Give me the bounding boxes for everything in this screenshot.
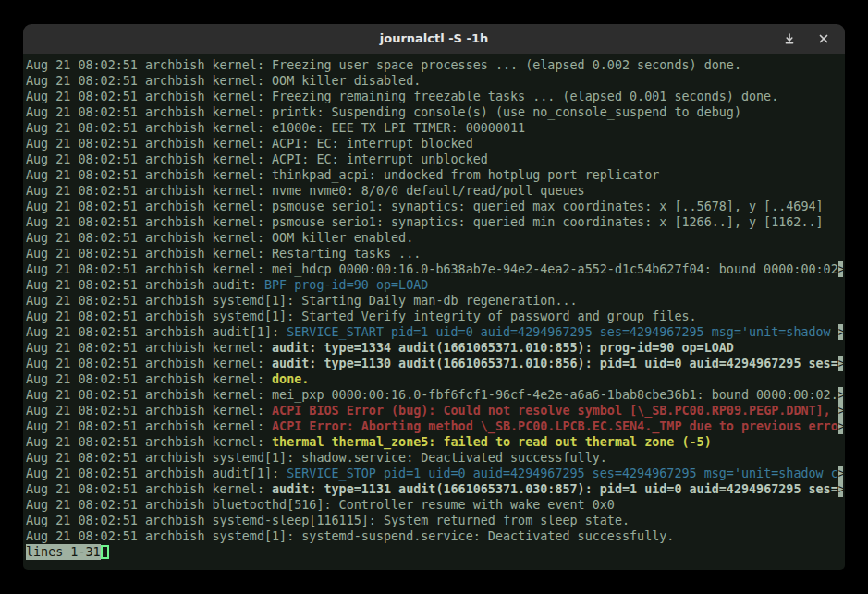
- log-segment: Aug 21 08:02:51 archbish kernel:: [26, 356, 272, 371]
- log-segment: done.: [272, 371, 309, 387]
- log-line: Aug 21 08:02:51 archbish bluetoothd[516]…: [26, 497, 843, 513]
- log-segment: Aug 21 08:02:51 archbish systemd-sleep[1…: [26, 513, 630, 528]
- download-icon: [783, 32, 796, 45]
- log-line: Aug 21 08:02:51 archbish kernel: Freezin…: [26, 57, 843, 73]
- close-icon: [818, 33, 829, 44]
- log-segment: audit: type=1131 audit(1661065371.030:85…: [272, 481, 838, 497]
- terminal-window: journalctl -S -1h: [23, 24, 845, 570]
- log-line: Aug 21 08:02:51 archbish audit[1]: SERVI…: [26, 466, 843, 481]
- log-segment: Aug 21 08:02:51 archbish kernel: Restart…: [26, 246, 421, 261]
- log-line: Aug 21 08:02:51 archbish kernel: printk:…: [26, 104, 843, 120]
- truncation-marker: >: [838, 324, 843, 340]
- truncation-marker: >: [838, 466, 843, 481]
- log-segment: thermal thermal_zone5: failed to read ou…: [272, 434, 712, 450]
- window-controls: [779, 24, 834, 54]
- log-segment: Aug 21 08:02:51 archbish systemd[1]: sha…: [26, 450, 607, 466]
- log-line: Aug 21 08:02:51 archbish kernel: e1000e:…: [26, 120, 843, 136]
- log-segment: Aug 21 08:02:51 archbish audit[1]:: [26, 466, 287, 481]
- log-line: Aug 21 08:02:51 archbish kernel: audit: …: [26, 481, 843, 497]
- log-segment: audit: type=1130 audit(1661065371.010:85…: [272, 356, 838, 371]
- log-segment: Aug 21 08:02:51 archbish kernel: Freezin…: [26, 89, 778, 104]
- truncation-marker: >: [838, 403, 843, 418]
- log-segment: Aug 21 08:02:51 archbish kernel: psmouse…: [26, 214, 824, 230]
- log-segment: Aug 21 08:02:51 archbish kernel: ACPI: E…: [26, 152, 488, 167]
- log-segment: Aug 21 08:02:51 archbish kernel:: [26, 481, 272, 497]
- log-line: Aug 21 08:02:51 archbish kernel: mei_hdc…: [26, 261, 843, 277]
- log-line: Aug 21 08:02:51 archbish kernel: ACPI: E…: [26, 152, 843, 167]
- log-segment: Aug 21 08:02:51 archbish kernel:: [26, 434, 272, 450]
- log-segment: Aug 21 08:02:51 archbish audit:: [26, 277, 264, 293]
- log-segment: Aug 21 08:02:51 archbish kernel: mei_hdc…: [26, 261, 838, 277]
- terminal-output[interactable]: Aug 21 08:02:51 archbish kernel: Freezin…: [23, 54, 845, 570]
- log-line: Aug 21 08:02:51 archbish kernel: Freezin…: [26, 89, 843, 104]
- pager-status-line: lines 1-31: [26, 544, 843, 560]
- log-segment: Aug 21 08:02:51 archbish kernel: OOM kil…: [26, 230, 413, 246]
- log-line: Aug 21 08:02:51 archbish systemd[1]: sys…: [26, 528, 843, 544]
- log-line: Aug 21 08:02:51 archbish systemd-sleep[1…: [26, 513, 843, 528]
- log-line: Aug 21 08:02:51 archbish kernel: ACPI Er…: [26, 418, 843, 434]
- log-line: Aug 21 08:02:51 archbish kernel: ACPI: E…: [26, 136, 843, 152]
- log-line: Aug 21 08:02:51 archbish systemd[1]: sha…: [26, 450, 843, 466]
- log-line: Aug 21 08:02:51 archbish kernel: audit: …: [26, 356, 843, 371]
- log-line: Aug 21 08:02:51 archbish kernel: OOM kil…: [26, 73, 843, 89]
- log-segment: audit: type=1334 audit(1661065371.010:85…: [272, 340, 734, 356]
- truncation-marker: >: [838, 387, 843, 403]
- log-segment: Aug 21 08:02:51 archbish kernel: nvme nv…: [26, 183, 585, 199]
- log-lines: Aug 21 08:02:51 archbish kernel: Freezin…: [26, 57, 843, 544]
- log-segment: Aug 21 08:02:51 archbish kernel: psmouse…: [26, 199, 824, 214]
- log-line: Aug 21 08:02:51 archbish kernel: done.: [26, 371, 843, 387]
- log-line: Aug 21 08:02:51 archbish kernel: psmouse…: [26, 199, 843, 214]
- log-segment: Aug 21 08:02:51 archbish systemd[1]: Sta…: [26, 293, 578, 309]
- log-segment: BPF prog-id=90 op=LOAD: [264, 277, 428, 293]
- log-segment: Aug 21 08:02:51 archbish audit[1]:: [26, 324, 287, 340]
- log-segment: Aug 21 08:02:51 archbish bluetoothd[516]…: [26, 497, 615, 513]
- log-segment: Aug 21 08:02:51 archbish kernel:: [26, 371, 272, 387]
- terminal-cursor: [101, 545, 109, 559]
- log-segment: Aug 21 08:02:51 archbish kernel: printk:…: [26, 104, 741, 120]
- log-segment: Aug 21 08:02:51 archbish kernel:: [26, 340, 272, 356]
- log-line: Aug 21 08:02:51 archbish systemd[1]: Sta…: [26, 293, 843, 309]
- log-segment: Aug 21 08:02:51 archbish kernel:: [26, 403, 272, 418]
- download-button[interactable]: [779, 29, 800, 49]
- log-line: Aug 21 08:02:51 archbish kernel: audit: …: [26, 340, 843, 356]
- log-segment: Aug 21 08:02:51 archbish kernel: Freezin…: [26, 57, 741, 73]
- close-button[interactable]: [813, 29, 834, 49]
- log-line: Aug 21 08:02:51 archbish audit[1]: SERVI…: [26, 324, 843, 340]
- truncation-marker: >: [838, 261, 843, 277]
- log-line: Aug 21 08:02:51 archbish kernel: mei_pxp…: [26, 387, 843, 403]
- log-line: Aug 21 08:02:51 archbish kernel: nvme nv…: [26, 183, 843, 199]
- truncation-marker: >: [838, 356, 843, 371]
- log-segment: Aug 21 08:02:51 archbish kernel: ACPI: E…: [26, 136, 473, 152]
- log-line: Aug 21 08:02:51 archbish kernel: psmouse…: [26, 214, 843, 230]
- log-line: Aug 21 08:02:51 archbish audit: BPF prog…: [26, 277, 843, 293]
- log-line: Aug 21 08:02:51 archbish kernel: thermal…: [26, 434, 843, 450]
- log-segment: ACPI BIOS Error (bug): Could not resolve…: [272, 403, 838, 418]
- log-segment: Aug 21 08:02:51 archbish systemd[1]: sys…: [26, 528, 674, 544]
- log-line: Aug 21 08:02:51 archbish kernel: OOM kil…: [26, 230, 843, 246]
- log-segment: Aug 21 08:02:51 archbish kernel: thinkpa…: [26, 167, 659, 183]
- pager-status: lines 1-31: [26, 544, 101, 560]
- truncation-marker: >: [838, 418, 843, 434]
- truncation-marker: >: [838, 481, 843, 497]
- window-title: journalctl -S -1h: [79, 24, 789, 54]
- log-segment: Aug 21 08:02:51 archbish kernel: mei_pxp…: [26, 387, 838, 403]
- log-line: Aug 21 08:02:51 archbish systemd[1]: Sta…: [26, 309, 843, 324]
- log-segment: Aug 21 08:02:51 archbish kernel:: [26, 418, 272, 434]
- desktop-background: journalctl -S -1h: [0, 0, 868, 594]
- log-line: Aug 21 08:02:51 archbish kernel: Restart…: [26, 246, 843, 261]
- log-segment: SERVICE_STOP pid=1 uid=0 auid=4294967295…: [287, 466, 838, 481]
- log-line: Aug 21 08:02:51 archbish kernel: ACPI BI…: [26, 403, 843, 418]
- titlebar[interactable]: journalctl -S -1h: [23, 24, 845, 54]
- log-line: Aug 21 08:02:51 archbish kernel: thinkpa…: [26, 167, 843, 183]
- log-segment: ACPI Error: Aborting method \_SB.PC00.LP…: [272, 418, 838, 434]
- log-segment: SERVICE_START pid=1 uid=0 auid=429496729…: [287, 324, 838, 340]
- log-segment: Aug 21 08:02:51 archbish kernel: e1000e:…: [26, 120, 525, 136]
- log-segment: Aug 21 08:02:51 archbish systemd[1]: Sta…: [26, 309, 697, 324]
- log-segment: Aug 21 08:02:51 archbish kernel: OOM kil…: [26, 73, 421, 89]
